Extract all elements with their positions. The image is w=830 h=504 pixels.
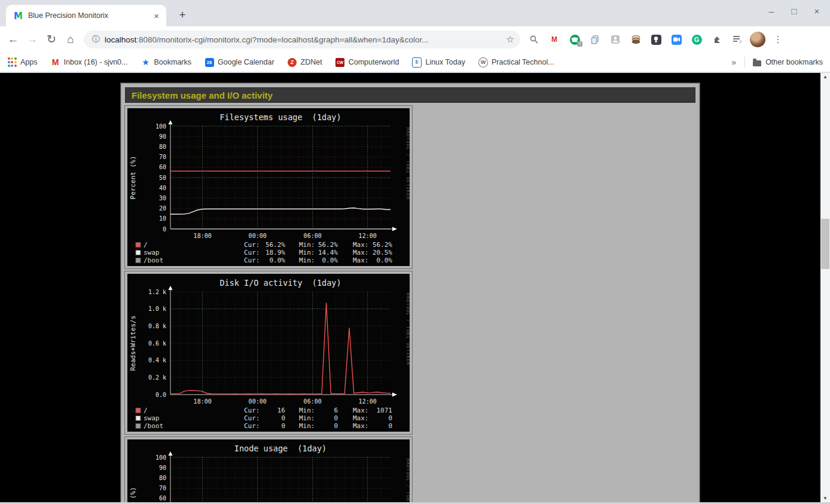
search-icon[interactable]	[524, 30, 544, 48]
window-minimize-button[interactable]: –	[767, 6, 776, 16]
vertical-scrollbar[interactable]: ▲ ▼	[820, 73, 830, 504]
bookmark-linux-today[interactable]: lt Linux Today	[412, 57, 465, 67]
svg-text:Min:: Min:	[299, 414, 315, 422]
svg-text:Max:: Max:	[353, 249, 369, 256]
svg-text:06:00: 06:00	[304, 398, 322, 405]
bookmark-star-icon[interactable]: ☆	[506, 34, 514, 45]
scroll-down-arrow[interactable]: ▼	[820, 494, 830, 503]
bookmarks-overflow-chevron[interactable]: »	[731, 57, 736, 67]
svg-text:Cur:: Cur:	[244, 422, 260, 430]
svg-text:80: 80	[159, 475, 166, 481]
svg-text:56.2%: 56.2%	[318, 241, 338, 249]
other-bookmarks[interactable]: Other bookmarks	[752, 57, 823, 67]
home-button[interactable]: ⌂	[61, 30, 80, 49]
svg-text:90: 90	[159, 465, 166, 471]
svg-text:0.0: 0.0	[155, 392, 166, 398]
window-maximize-button[interactable]: □	[789, 6, 799, 16]
bookmark-google-calendar[interactable]: 28 Google Calendar	[205, 57, 274, 67]
filesystems-usage-graph[interactable]: 010203040506070809010018:0000:0006:0012:…	[127, 108, 410, 266]
svg-text:/boot: /boot	[144, 256, 163, 264]
svg-text:18:00: 18:00	[194, 398, 212, 405]
google-voice-icon[interactable]: ☎?	[564, 30, 585, 48]
svg-text:12:00: 12:00	[359, 233, 377, 239]
bookmark-zdnet[interactable]: Z ZDNet	[288, 57, 322, 67]
bookmark-label: Linux Today	[425, 58, 465, 66]
svg-text:0.4 k: 0.4 k	[148, 357, 166, 364]
tab-strip: M Blue Precision Monitorix × + – □ ×	[0, 0, 830, 26]
svg-text:Max:: Max:	[353, 414, 369, 422]
media-queue-icon[interactable]: ♪	[727, 30, 747, 48]
bookmark-label: Computerworld	[349, 58, 399, 66]
star-icon: ★	[141, 57, 151, 67]
extensions-puzzle-icon[interactable]	[707, 30, 727, 48]
scroll-up-arrow[interactable]: ▲	[820, 73, 830, 81]
bookmark-label: Apps	[20, 58, 38, 66]
apps-grid-icon	[7, 57, 17, 67]
stack-icon[interactable]	[625, 30, 646, 48]
svg-text:06:00: 06:00	[304, 233, 322, 239]
forward-button[interactable]: →	[23, 30, 42, 49]
section-header: Filesystem usage and I/O activity	[125, 87, 695, 103]
copy-icon[interactable]	[585, 30, 605, 48]
svg-text:♪: ♪	[739, 38, 742, 44]
zdnet-icon: Z	[288, 57, 297, 67]
window-controls: – □ ×	[767, 6, 822, 16]
svg-text:swap: swap	[144, 414, 160, 422]
browser-tab[interactable]: M Blue Precision Monitorix ×	[6, 5, 166, 26]
svg-text:10: 10	[159, 215, 166, 222]
other-bookmarks-label: Other bookmarks	[765, 58, 823, 66]
svg-text:70: 70	[159, 485, 166, 491]
svg-text:0.8 k: 0.8 k	[148, 323, 166, 329]
gmail-m-icon: M	[51, 57, 60, 67]
avatar[interactable]	[747, 30, 768, 48]
tab-close-icon[interactable]: ×	[151, 11, 161, 21]
bookmark-inbox[interactable]: M Inbox (16) - sjvn0...	[51, 57, 128, 67]
calendar-icon: 28	[205, 57, 214, 67]
bookmark-apps[interactable]: Apps	[7, 57, 38, 67]
page-info-icon[interactable]: ⓘ	[92, 34, 100, 45]
inode-usage-graph[interactable]: 010203040506070809010018:0000:0006:0012:…	[127, 439, 410, 504]
grammarly-icon[interactable]: G	[686, 30, 707, 48]
menu-dots-icon[interactable]: ⋮	[768, 30, 788, 48]
svg-text:50: 50	[159, 175, 166, 181]
svg-text:0: 0	[334, 414, 338, 422]
svg-text:80: 80	[159, 143, 166, 150]
address-bar[interactable]: ⓘ localhost:8080/monitorix-cgi/monitorix…	[84, 30, 520, 48]
svg-text:0: 0	[281, 414, 285, 422]
svg-text:Min:: Min:	[299, 241, 315, 249]
svg-text:18.9%: 18.9%	[266, 249, 285, 256]
wordpress-icon: W	[478, 57, 488, 67]
svg-text:/: /	[144, 407, 148, 414]
section-filesystem: Filesystem usage and I/O activity 010203…	[121, 83, 700, 504]
svg-text:60: 60	[159, 495, 166, 502]
video-camera-icon[interactable]	[666, 30, 686, 48]
person-frame-icon[interactable]	[605, 30, 625, 48]
linux-today-icon: lt	[412, 57, 422, 67]
svg-text:Min:: Min:	[299, 422, 315, 430]
svg-text:00:00: 00:00	[249, 398, 267, 405]
svg-text:Max:: Max:	[353, 256, 369, 264]
svg-text:RRDTOOL / TOBI OETIKER: RRDTOOL / TOBI OETIKER	[405, 293, 410, 365]
bookmark-bookmarks[interactable]: ★ Bookmarks	[141, 57, 192, 67]
bookmark-practical-technology[interactable]: W Practical Technol...	[478, 57, 554, 67]
svg-text:90: 90	[159, 133, 166, 140]
graph-panel-inode-usage: 010203040506070809010018:0000:0006:0012:…	[125, 437, 412, 504]
disk-io-activity-graph[interactable]: 0.00.2 k0.4 k0.6 k0.8 k1.0 k1.2 k18:0000…	[127, 274, 410, 432]
svg-text:70: 70	[159, 154, 166, 160]
scrollbar-thumb[interactable]	[821, 219, 829, 269]
svg-text:M: M	[14, 11, 23, 21]
svg-text:0.2 k: 0.2 k	[148, 374, 166, 381]
gmail-icon[interactable]: M	[544, 30, 564, 48]
divider	[744, 57, 745, 68]
back-button[interactable]: ←	[4, 30, 23, 49]
window-close-button[interactable]: ×	[812, 6, 822, 16]
bookmark-computerworld[interactable]: CW Computerworld	[335, 57, 399, 67]
svg-text:Min:: Min:	[299, 256, 315, 264]
svg-text:RRDTOOL / TOBI OETIKER: RRDTOOL / TOBI OETIKER	[405, 459, 410, 504]
svg-text:0.0%: 0.0%	[322, 256, 338, 264]
new-tab-button[interactable]: +	[175, 7, 190, 23]
lamp-icon[interactable]	[646, 30, 666, 48]
svg-text:0.6 k: 0.6 k	[148, 340, 166, 347]
svg-text:Min:: Min:	[299, 249, 315, 256]
reload-button[interactable]: ↻	[42, 30, 61, 49]
